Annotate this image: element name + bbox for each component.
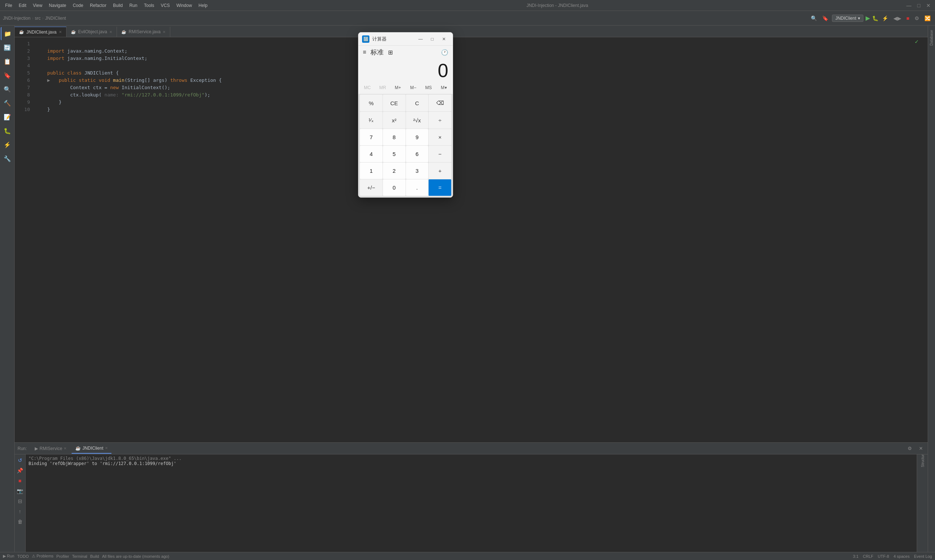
- tab-rmiservice[interactable]: ☕ RMIService.java ✕: [117, 27, 170, 37]
- run-tab-rmiservice-close[interactable]: ✕: [63, 446, 66, 451]
- sidebar-structure-icon[interactable]: 📋: [1, 55, 14, 68]
- menu-view[interactable]: View: [31, 2, 45, 9]
- calc-1-button[interactable]: 1: [360, 163, 383, 179]
- tab-jndiclient-close[interactable]: ✕: [59, 30, 62, 34]
- calc-sqrt-button[interactable]: ²√x: [406, 112, 429, 129]
- run-button[interactable]: ▶: [866, 15, 870, 22]
- stop-button[interactable]: ■: [905, 15, 911, 22]
- run-panel-close-icon[interactable]: ✕: [917, 445, 925, 452]
- run-camera-icon[interactable]: 📷: [16, 486, 25, 495]
- code-editor[interactable]: 1 2 3 4 5 6 7 8 9 10 import javax.naming…: [15, 37, 928, 442]
- run-tab-jndiclient-close[interactable]: ✕: [105, 446, 108, 450]
- run-config-dropdown[interactable]: JNDIClient ▾: [832, 15, 863, 22]
- calc-mc-button[interactable]: MC: [360, 82, 375, 93]
- line-ending[interactable]: CRLF: [863, 554, 873, 558]
- database-label[interactable]: Database: [929, 27, 933, 49]
- menu-tools[interactable]: Tools: [142, 2, 156, 9]
- calc-negate-button[interactable]: +/−: [360, 179, 383, 196]
- menu-help[interactable]: Help: [196, 2, 210, 9]
- calc-mview-button[interactable]: M▾: [436, 82, 451, 93]
- calc-divide-button[interactable]: ÷: [429, 112, 451, 129]
- calc-mminus-button[interactable]: M−: [406, 82, 421, 93]
- calc-6-button[interactable]: 6: [406, 146, 429, 162]
- calc-4-button[interactable]: 4: [360, 146, 383, 162]
- run-tab-jndiclient[interactable]: ☕ JNDIClient ✕: [72, 443, 111, 454]
- sidebar-terminal-icon[interactable]: ⚡: [1, 138, 14, 151]
- calc-0-button[interactable]: 0: [383, 179, 406, 196]
- tab-jndiclient[interactable]: ☕ JNDIClient.java ✕: [15, 27, 66, 37]
- sidebar-todo-icon[interactable]: 📝: [1, 110, 14, 123]
- menu-navigate[interactable]: Navigate: [47, 2, 68, 9]
- calc-ce-button[interactable]: CE: [383, 95, 406, 111]
- calc-plus-button[interactable]: +: [429, 163, 451, 179]
- problems-action[interactable]: ⚠ Problems: [32, 554, 54, 558]
- calc-square-button[interactable]: x²: [383, 112, 406, 129]
- toolbar-settings-icon[interactable]: ⚙: [913, 15, 921, 22]
- menu-run[interactable]: Run: [127, 2, 140, 9]
- sidebar-project-icon[interactable]: 📁: [1, 27, 14, 40]
- calc-minus-button[interactable]: −: [429, 146, 451, 162]
- sidebar-build-icon[interactable]: 🔨: [1, 97, 14, 109]
- profiler-action[interactable]: Profiler: [56, 554, 69, 558]
- todo-action[interactable]: TODO: [17, 554, 29, 558]
- calc-2-button[interactable]: 2: [383, 163, 406, 179]
- minimize-button[interactable]: —: [905, 2, 913, 9]
- run-pin-icon[interactable]: 📌: [16, 466, 25, 475]
- calc-9-button[interactable]: 9: [406, 129, 429, 145]
- calc-ms-button[interactable]: MS: [421, 82, 436, 93]
- sidebar-find-icon[interactable]: 🔍: [1, 83, 14, 96]
- breadcrumb-file[interactable]: JNDIClient: [45, 16, 66, 21]
- calc-maximize-button[interactable]: □: [427, 34, 437, 44]
- calc-equals-button[interactable]: =: [429, 179, 451, 196]
- run-trash-icon[interactable]: 🗑: [16, 517, 25, 526]
- calc-7-button[interactable]: 7: [360, 129, 383, 145]
- run-split-icon[interactable]: ⊟: [16, 497, 25, 506]
- indent-size[interactable]: 4 spaces: [893, 554, 909, 558]
- calc-c-button[interactable]: C: [406, 95, 429, 111]
- calc-multiply-button[interactable]: ×: [429, 129, 451, 145]
- encoding[interactable]: UTF-8: [878, 554, 889, 558]
- calc-close-button[interactable]: ✕: [439, 34, 449, 44]
- run-right-structure-icon[interactable]: Structure: [918, 456, 927, 464]
- run-stop-icon[interactable]: ■: [16, 476, 25, 485]
- run-tab-rmiservice[interactable]: ▶ RMIService ✕: [31, 443, 70, 454]
- run-rerun-icon[interactable]: ↺: [16, 456, 25, 465]
- run-up-icon[interactable]: ↑: [16, 507, 25, 516]
- toolbar-bookmark-icon[interactable]: 🔖: [821, 15, 830, 22]
- coverage-button[interactable]: ⚡: [881, 15, 890, 22]
- calc-8-button[interactable]: 8: [383, 129, 406, 145]
- tab-evilobject[interactable]: ☕ EvilObject.java ✕: [66, 27, 117, 37]
- build-action[interactable]: Build: [90, 554, 99, 558]
- toolbar-search-icon[interactable]: 🔍: [809, 15, 818, 22]
- terminal-action[interactable]: Terminal: [72, 554, 87, 558]
- maximize-button[interactable]: □: [916, 2, 922, 9]
- menu-vcs[interactable]: VCS: [158, 2, 172, 9]
- profile-button[interactable]: ◀▶: [892, 15, 903, 22]
- run-panel-settings-icon[interactable]: ⚙: [906, 445, 914, 452]
- calc-mplus-button[interactable]: M+: [391, 82, 406, 93]
- menu-file[interactable]: File: [3, 2, 14, 9]
- menu-build[interactable]: Build: [111, 2, 125, 9]
- sidebar-bookmark-icon[interactable]: 🔖: [1, 69, 14, 82]
- calc-mode-icon[interactable]: ⊞: [388, 49, 393, 56]
- tab-rmiservice-close[interactable]: ✕: [163, 30, 166, 34]
- calc-percent-button[interactable]: %: [360, 95, 383, 111]
- calc-3-button[interactable]: 3: [406, 163, 429, 179]
- menu-edit[interactable]: Edit: [17, 2, 29, 9]
- sidebar-debug-icon[interactable]: 🐛: [1, 124, 14, 137]
- close-button[interactable]: ✕: [925, 2, 932, 9]
- event-log[interactable]: Event Log: [914, 554, 932, 558]
- tab-evilobject-close[interactable]: ✕: [109, 30, 112, 34]
- calc-hamburger-icon[interactable]: ≡: [363, 49, 366, 55]
- code-content[interactable]: import javax.naming.Context; import java…: [33, 39, 928, 441]
- sidebar-wrench-icon[interactable]: 🔧: [1, 152, 14, 165]
- menu-code[interactable]: Code: [71, 2, 86, 9]
- calc-reciprocal-button[interactable]: ¹⁄ₓ: [360, 112, 383, 129]
- calc-decimal-button[interactable]: .: [406, 179, 429, 196]
- calc-5-button[interactable]: 5: [383, 146, 406, 162]
- debug-button[interactable]: 🐛: [872, 15, 878, 21]
- cursor-position[interactable]: 3:1: [853, 554, 858, 558]
- calc-history-icon[interactable]: 🕐: [441, 49, 448, 56]
- calc-backspace-button[interactable]: ⌫: [429, 95, 451, 111]
- breadcrumb-src[interactable]: src: [35, 16, 40, 21]
